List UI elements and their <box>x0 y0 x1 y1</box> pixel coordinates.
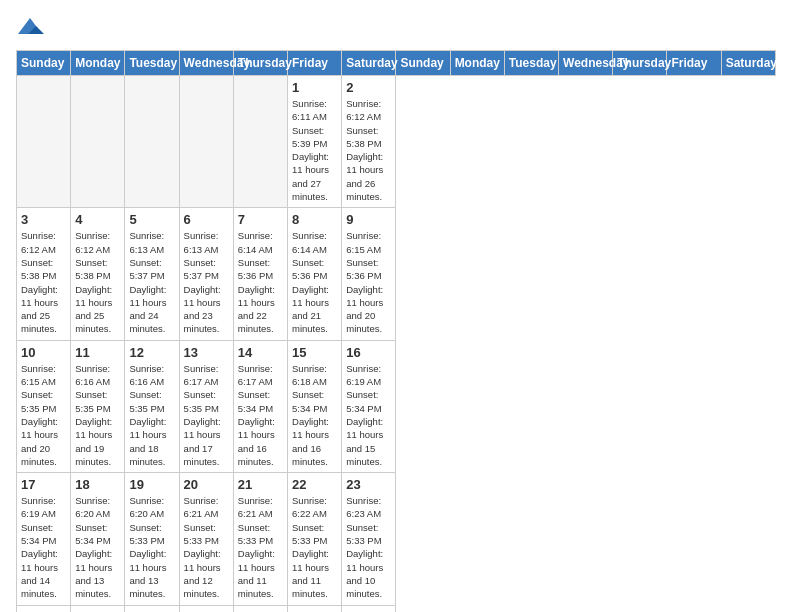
calendar-cell: 25Sunrise: 6:24 AM Sunset: 5:33 PM Dayli… <box>71 605 125 612</box>
day-info: Sunrise: 6:17 AM Sunset: 5:35 PM Dayligh… <box>184 362 229 468</box>
day-info: Sunrise: 6:11 AM Sunset: 5:39 PM Dayligh… <box>292 97 337 203</box>
day-info: Sunrise: 6:21 AM Sunset: 5:33 PM Dayligh… <box>184 494 229 600</box>
calendar-cell: 1Sunrise: 6:11 AM Sunset: 5:39 PM Daylig… <box>288 76 342 208</box>
calendar-cell: 13Sunrise: 6:17 AM Sunset: 5:35 PM Dayli… <box>179 340 233 472</box>
calendar-cell: 30Sunrise: 6:27 AM Sunset: 5:34 PM Dayli… <box>342 605 396 612</box>
day-number: 10 <box>21 345 66 360</box>
day-info: Sunrise: 6:21 AM Sunset: 5:33 PM Dayligh… <box>238 494 283 600</box>
calendar-cell: 17Sunrise: 6:19 AM Sunset: 5:34 PM Dayli… <box>17 473 71 605</box>
header-day-sunday: Sunday <box>17 51 71 76</box>
day-info: Sunrise: 6:19 AM Sunset: 5:34 PM Dayligh… <box>21 494 66 600</box>
day-number: 7 <box>238 212 283 227</box>
day-number: 23 <box>346 477 391 492</box>
day-info: Sunrise: 6:20 AM Sunset: 5:34 PM Dayligh… <box>75 494 120 600</box>
calendar-cell: 20Sunrise: 6:21 AM Sunset: 5:33 PM Dayli… <box>179 473 233 605</box>
day-number: 18 <box>75 477 120 492</box>
calendar-cell <box>125 76 179 208</box>
day-info: Sunrise: 6:18 AM Sunset: 5:34 PM Dayligh… <box>292 362 337 468</box>
day-info: Sunrise: 6:19 AM Sunset: 5:34 PM Dayligh… <box>346 362 391 468</box>
calendar-cell: 24Sunrise: 6:23 AM Sunset: 5:33 PM Dayli… <box>17 605 71 612</box>
header-col-friday: Friday <box>667 51 721 76</box>
day-info: Sunrise: 6:14 AM Sunset: 5:36 PM Dayligh… <box>238 229 283 335</box>
header-row: SundayMondayTuesdayWednesdayThursdayFrid… <box>17 51 776 76</box>
day-info: Sunrise: 6:12 AM Sunset: 5:38 PM Dayligh… <box>75 229 120 335</box>
day-info: Sunrise: 6:23 AM Sunset: 5:33 PM Dayligh… <box>346 494 391 600</box>
day-info: Sunrise: 6:16 AM Sunset: 5:35 PM Dayligh… <box>75 362 120 468</box>
calendar-cell: 21Sunrise: 6:21 AM Sunset: 5:33 PM Dayli… <box>233 473 287 605</box>
header-col-monday: Monday <box>450 51 504 76</box>
calendar-cell: 26Sunrise: 6:24 AM Sunset: 5:33 PM Dayli… <box>125 605 179 612</box>
day-number: 15 <box>292 345 337 360</box>
calendar-cell: 29Sunrise: 6:26 AM Sunset: 5:33 PM Dayli… <box>288 605 342 612</box>
calendar-cell: 11Sunrise: 6:16 AM Sunset: 5:35 PM Dayli… <box>71 340 125 472</box>
day-number: 2 <box>346 80 391 95</box>
calendar-cell: 5Sunrise: 6:13 AM Sunset: 5:37 PM Daylig… <box>125 208 179 340</box>
calendar-cell: 10Sunrise: 6:15 AM Sunset: 5:35 PM Dayli… <box>17 340 71 472</box>
day-info: Sunrise: 6:13 AM Sunset: 5:37 PM Dayligh… <box>129 229 174 335</box>
calendar-cell <box>179 76 233 208</box>
day-number: 5 <box>129 212 174 227</box>
calendar-cell: 6Sunrise: 6:13 AM Sunset: 5:37 PM Daylig… <box>179 208 233 340</box>
calendar-cell: 19Sunrise: 6:20 AM Sunset: 5:33 PM Dayli… <box>125 473 179 605</box>
day-number: 11 <box>75 345 120 360</box>
calendar-cell: 15Sunrise: 6:18 AM Sunset: 5:34 PM Dayli… <box>288 340 342 472</box>
calendar-cell: 2Sunrise: 6:12 AM Sunset: 5:38 PM Daylig… <box>342 76 396 208</box>
header-day-wednesday: Wednesday <box>179 51 233 76</box>
day-number: 4 <box>75 212 120 227</box>
calendar-cell: 23Sunrise: 6:23 AM Sunset: 5:33 PM Dayli… <box>342 473 396 605</box>
calendar-cell: 9Sunrise: 6:15 AM Sunset: 5:36 PM Daylig… <box>342 208 396 340</box>
calendar-header: SundayMondayTuesdayWednesdayThursdayFrid… <box>17 51 776 76</box>
logo-icon <box>16 16 44 38</box>
day-number: 12 <box>129 345 174 360</box>
calendar-cell: 27Sunrise: 6:25 AM Sunset: 5:33 PM Dayli… <box>179 605 233 612</box>
calendar-cell: 4Sunrise: 6:12 AM Sunset: 5:38 PM Daylig… <box>71 208 125 340</box>
calendar-cell: 22Sunrise: 6:22 AM Sunset: 5:33 PM Dayli… <box>288 473 342 605</box>
calendar-cell <box>71 76 125 208</box>
calendar-cell: 8Sunrise: 6:14 AM Sunset: 5:36 PM Daylig… <box>288 208 342 340</box>
day-number: 1 <box>292 80 337 95</box>
header-day-thursday: Thursday <box>233 51 287 76</box>
calendar-week-4: 17Sunrise: 6:19 AM Sunset: 5:34 PM Dayli… <box>17 473 776 605</box>
day-info: Sunrise: 6:13 AM Sunset: 5:37 PM Dayligh… <box>184 229 229 335</box>
header-day-friday: Friday <box>288 51 342 76</box>
calendar-week-1: 1Sunrise: 6:11 AM Sunset: 5:39 PM Daylig… <box>17 76 776 208</box>
header-col-wednesday: Wednesday <box>559 51 613 76</box>
day-info: Sunrise: 6:15 AM Sunset: 5:35 PM Dayligh… <box>21 362 66 468</box>
day-number: 17 <box>21 477 66 492</box>
calendar-cell: 7Sunrise: 6:14 AM Sunset: 5:36 PM Daylig… <box>233 208 287 340</box>
day-number: 8 <box>292 212 337 227</box>
header-col-saturday: Saturday <box>721 51 775 76</box>
page-header <box>16 16 776 38</box>
calendar-cell <box>17 76 71 208</box>
day-number: 14 <box>238 345 283 360</box>
day-number: 19 <box>129 477 174 492</box>
header-col-thursday: Thursday <box>613 51 667 76</box>
day-info: Sunrise: 6:12 AM Sunset: 5:38 PM Dayligh… <box>346 97 391 203</box>
day-number: 20 <box>184 477 229 492</box>
header-day-tuesday: Tuesday <box>125 51 179 76</box>
header-day-monday: Monday <box>71 51 125 76</box>
day-number: 13 <box>184 345 229 360</box>
calendar-table: SundayMondayTuesdayWednesdayThursdayFrid… <box>16 50 776 612</box>
calendar-cell: 14Sunrise: 6:17 AM Sunset: 5:34 PM Dayli… <box>233 340 287 472</box>
day-info: Sunrise: 6:17 AM Sunset: 5:34 PM Dayligh… <box>238 362 283 468</box>
day-number: 3 <box>21 212 66 227</box>
calendar-cell: 18Sunrise: 6:20 AM Sunset: 5:34 PM Dayli… <box>71 473 125 605</box>
day-info: Sunrise: 6:15 AM Sunset: 5:36 PM Dayligh… <box>346 229 391 335</box>
header-col-sunday: Sunday <box>396 51 450 76</box>
calendar-cell: 3Sunrise: 6:12 AM Sunset: 5:38 PM Daylig… <box>17 208 71 340</box>
calendar-cell: 16Sunrise: 6:19 AM Sunset: 5:34 PM Dayli… <box>342 340 396 472</box>
day-number: 22 <box>292 477 337 492</box>
day-info: Sunrise: 6:20 AM Sunset: 5:33 PM Dayligh… <box>129 494 174 600</box>
header-day-saturday: Saturday <box>342 51 396 76</box>
day-number: 16 <box>346 345 391 360</box>
calendar-cell <box>233 76 287 208</box>
calendar-cell: 28Sunrise: 6:26 AM Sunset: 5:33 PM Dayli… <box>233 605 287 612</box>
day-info: Sunrise: 6:16 AM Sunset: 5:35 PM Dayligh… <box>129 362 174 468</box>
day-info: Sunrise: 6:12 AM Sunset: 5:38 PM Dayligh… <box>21 229 66 335</box>
calendar-week-3: 10Sunrise: 6:15 AM Sunset: 5:35 PM Dayli… <box>17 340 776 472</box>
calendar-week-2: 3Sunrise: 6:12 AM Sunset: 5:38 PM Daylig… <box>17 208 776 340</box>
calendar-week-5: 24Sunrise: 6:23 AM Sunset: 5:33 PM Dayli… <box>17 605 776 612</box>
day-number: 9 <box>346 212 391 227</box>
day-number: 21 <box>238 477 283 492</box>
